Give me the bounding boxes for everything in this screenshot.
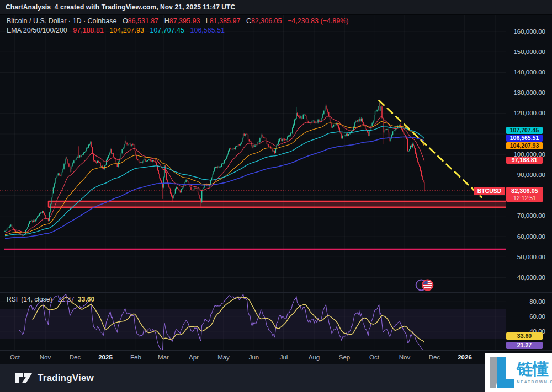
low-label: L	[206, 17, 210, 25]
rsi-ma-axis-badge: 33.60	[506, 332, 543, 340]
time-axis-label: Aug	[309, 354, 320, 361]
tradingview-brand[interactable]: TradingView	[38, 373, 94, 384]
time-axis-label: Mar	[158, 354, 169, 361]
time-axis-label: Sep	[339, 354, 350, 361]
screenshot-title-bar: ChartAnalysis_4 created with TradingView…	[0, 0, 552, 15]
rsi-ma-value: 33.60	[78, 296, 94, 303]
rsi-params: (14, close)	[21, 296, 52, 303]
price-axis-label: 40,000.00	[508, 274, 545, 281]
price-axis-label: 60,000.00	[508, 233, 545, 240]
low-value: 81,385.97	[210, 17, 241, 25]
ema-legend-row: EMA 20/50/100/200 97,188.81 104,207.93 1…	[7, 26, 349, 35]
ema20-value: 97,188.81	[73, 26, 104, 34]
symbol-name: Bitcoin / U.S. Dollar · 1D · Coinbase	[7, 17, 116, 25]
time-axis-label: Dec	[70, 354, 81, 361]
watermark-cjk: 链懂	[516, 360, 549, 378]
price-axis-label: 140,000.00	[508, 69, 545, 76]
economic-event-flag-icon[interactable]	[416, 280, 433, 291]
rsi-axis-label: 80.00	[508, 298, 545, 305]
ema200-axis-badge: 106,565.51	[506, 135, 543, 142]
tradingview-icon[interactable]	[15, 373, 33, 384]
ema50-value: 104,207.93	[109, 26, 144, 34]
last-price-badge: 82,306.05 12:12:51	[506, 187, 543, 202]
ema-legend-label: EMA 20/50/100/200	[7, 26, 67, 34]
close-value: 82,306.05	[251, 17, 282, 25]
symbol-header: Bitcoin / U.S. Dollar · 1D · Coinbase O8…	[7, 17, 349, 35]
price-axis-label: 150,000.00	[508, 49, 545, 55]
support-zone	[48, 201, 506, 207]
watermark-logo-box: 链懂 NEATDOWN.COM	[485, 353, 552, 392]
high-value: 87,395.93	[169, 17, 200, 25]
time-axis-label: Dec	[429, 354, 440, 361]
screenshot-title: ChartAnalysis_4 created with TradingView…	[6, 3, 235, 11]
bar-countdown: 12:12:51	[506, 195, 543, 201]
ema200-line	[5, 137, 424, 238]
change-value: −4,230.83 (−4.89%)	[288, 17, 349, 25]
time-axis-label: Jul	[280, 354, 288, 361]
close-label: C	[246, 17, 251, 25]
descending-trendline	[379, 100, 481, 197]
rsi-title: RSI	[7, 296, 18, 303]
rsi-axis-badge: 21.27	[506, 342, 543, 349]
price-axis-label: 130,000.00	[508, 89, 545, 96]
high-label: H	[164, 17, 169, 25]
price-axis-label: 120,000.00	[508, 110, 545, 116]
price-axis-label: 160,000.00	[508, 28, 545, 35]
price-axis-label: 70,000.00	[508, 212, 545, 219]
rsi-value: 21.27	[58, 296, 75, 303]
ema100-axis-badge: 107,707.45	[506, 127, 543, 134]
time-axis-label: Oct	[10, 354, 20, 361]
last-price-value: 82,306.05	[506, 187, 543, 195]
ema100-value: 107,707.45	[150, 26, 184, 34]
time-axis-label: Jun	[249, 354, 259, 361]
time-axis-label: 2026	[458, 354, 472, 361]
symbol-row: Bitcoin / U.S. Dollar · 1D · Coinbase O8…	[7, 17, 349, 26]
open-value: 86,531.87	[128, 17, 159, 25]
ema200-value: 106,565.51	[190, 26, 225, 34]
time-axis-label: May	[217, 354, 230, 361]
time-axis-label: Feb	[130, 354, 141, 361]
neatdown-logo: 链懂 NEATDOWN.COM	[485, 353, 552, 392]
rsi-axis-label: 60.00	[508, 313, 545, 320]
time-axis-label: Nov	[399, 354, 410, 361]
ema50-line	[5, 122, 424, 235]
time-axis-label: Apr	[189, 354, 199, 361]
rsi-header: RSI (14, close) 21.27 33.60	[7, 296, 94, 303]
ema50-axis-badge: 104,207.93	[506, 142, 543, 149]
price-chart-canvas[interactable]	[0, 0, 552, 364]
footer-bar: TradingView	[0, 364, 552, 392]
time-axis-label: 2025	[98, 354, 113, 361]
symbol-price-tag: BTCUSD	[474, 187, 505, 195]
price-axis-label: 90,000.00	[508, 171, 545, 178]
time-axis-label: Oct	[369, 354, 379, 361]
ema20-axis-badge: 97,188.81	[506, 157, 543, 164]
time-axis-label: Nov	[40, 354, 51, 361]
watermark-domain: NEATDOWN.COM	[517, 379, 552, 384]
open-label: O	[123, 17, 128, 25]
logo-blue-l	[497, 357, 514, 388]
price-axis-label: 50,000.00	[508, 254, 545, 260]
